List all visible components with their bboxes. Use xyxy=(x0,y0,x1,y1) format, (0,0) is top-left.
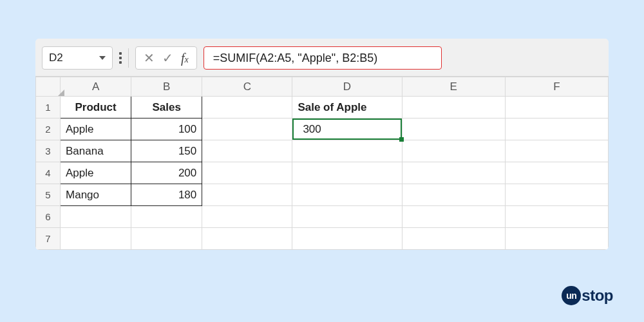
cell-A2[interactable]: Apple xyxy=(61,118,131,140)
cell-E6[interactable] xyxy=(402,206,505,228)
row-header-2[interactable]: 2 xyxy=(36,118,61,140)
cell-E2[interactable] xyxy=(402,118,505,140)
cell-C5[interactable] xyxy=(202,184,292,206)
cell-C6[interactable] xyxy=(202,206,292,228)
cell-A6[interactable] xyxy=(61,206,131,228)
cell-F3[interactable] xyxy=(505,140,608,162)
select-all-corner[interactable] xyxy=(36,77,61,97)
col-header-D[interactable]: D xyxy=(292,77,402,97)
logo-icon: un xyxy=(562,286,581,305)
cancel-icon[interactable]: ✕ xyxy=(144,52,155,64)
cell-A1[interactable]: Product xyxy=(61,97,131,118)
cell-C2[interactable] xyxy=(202,118,292,140)
accept-icon[interactable]: ✓ xyxy=(162,52,173,64)
cell-F6[interactable] xyxy=(505,206,608,228)
cell-F5[interactable] xyxy=(505,184,608,206)
cell-F4[interactable] xyxy=(505,162,608,184)
cell-C7[interactable] xyxy=(202,228,292,250)
cell-E7[interactable] xyxy=(402,228,505,250)
chevron-down-icon[interactable] xyxy=(99,56,106,60)
cell-E5[interactable] xyxy=(402,184,505,206)
cell-C1[interactable] xyxy=(202,97,292,118)
spreadsheet-grid[interactable]: A B C D E F 1 Product Sales Sale of Appl… xyxy=(35,76,609,250)
cell-F2[interactable] xyxy=(505,118,608,140)
cell-E1[interactable] xyxy=(402,97,505,118)
cell-A3[interactable]: Banana xyxy=(61,140,131,162)
unstop-logo: un stop xyxy=(562,286,613,305)
spreadsheet-window: D2 ✕ ✓ fx =SUMIF(A2:A5, "Apple", B2:B5) … xyxy=(35,39,609,250)
fx-icon[interactable]: fx xyxy=(181,51,189,66)
cell-F1[interactable] xyxy=(505,97,608,118)
cell-D3[interactable] xyxy=(292,140,402,162)
cell-E3[interactable] xyxy=(402,140,505,162)
cell-B3[interactable]: 150 xyxy=(131,140,202,162)
vertical-dots-icon[interactable] xyxy=(119,52,122,64)
separator xyxy=(128,48,129,68)
col-header-E[interactable]: E xyxy=(402,77,505,97)
formula-bar-row: D2 ✕ ✓ fx =SUMIF(A2:A5, "Apple", B2:B5) xyxy=(35,39,609,76)
cell-A5[interactable]: Mango xyxy=(61,184,131,206)
cell-B7[interactable] xyxy=(131,228,202,250)
cell-E4[interactable] xyxy=(402,162,505,184)
cell-A4[interactable]: Apple xyxy=(61,162,131,184)
cell-B1[interactable]: Sales xyxy=(131,97,202,118)
cell-D6[interactable] xyxy=(292,206,402,228)
row-header-3[interactable]: 3 xyxy=(36,140,61,162)
col-header-C[interactable]: C xyxy=(202,77,292,97)
cell-F7[interactable] xyxy=(505,228,608,250)
cell-D5[interactable] xyxy=(292,184,402,206)
cell-B5[interactable]: 180 xyxy=(131,184,202,206)
name-box-value: D2 xyxy=(49,52,63,64)
col-header-B[interactable]: B xyxy=(131,77,202,97)
cell-C4[interactable] xyxy=(202,162,292,184)
cell-D4[interactable] xyxy=(292,162,402,184)
cell-D2-value: 300 xyxy=(298,123,321,135)
row-header-5[interactable]: 5 xyxy=(36,184,61,206)
cell-B2[interactable]: 100 xyxy=(131,118,202,140)
cell-B4[interactable]: 200 xyxy=(131,162,202,184)
column-header-row: A B C D E F xyxy=(36,77,609,97)
col-header-A[interactable]: A xyxy=(61,77,131,97)
name-box[interactable]: D2 xyxy=(42,46,113,70)
formula-buttons: ✕ ✓ fx xyxy=(135,46,197,70)
cell-D1[interactable]: Sale of Apple xyxy=(292,97,402,118)
row-header-1[interactable]: 1 xyxy=(36,97,61,118)
cell-D2[interactable]: 300 xyxy=(292,118,402,140)
formula-text: =SUMIF(A2:A5, "Apple", B2:B5) xyxy=(213,52,377,65)
row-header-4[interactable]: 4 xyxy=(36,162,61,184)
formula-input[interactable]: =SUMIF(A2:A5, "Apple", B2:B5) xyxy=(204,46,442,70)
logo-text: stop xyxy=(582,287,613,305)
cell-C3[interactable] xyxy=(202,140,292,162)
cell-B6[interactable] xyxy=(131,206,202,228)
row-header-6[interactable]: 6 xyxy=(36,206,61,228)
row-header-7[interactable]: 7 xyxy=(36,228,61,250)
col-header-F[interactable]: F xyxy=(505,77,608,97)
cell-D7[interactable] xyxy=(292,228,402,250)
cell-A7[interactable] xyxy=(61,228,131,250)
